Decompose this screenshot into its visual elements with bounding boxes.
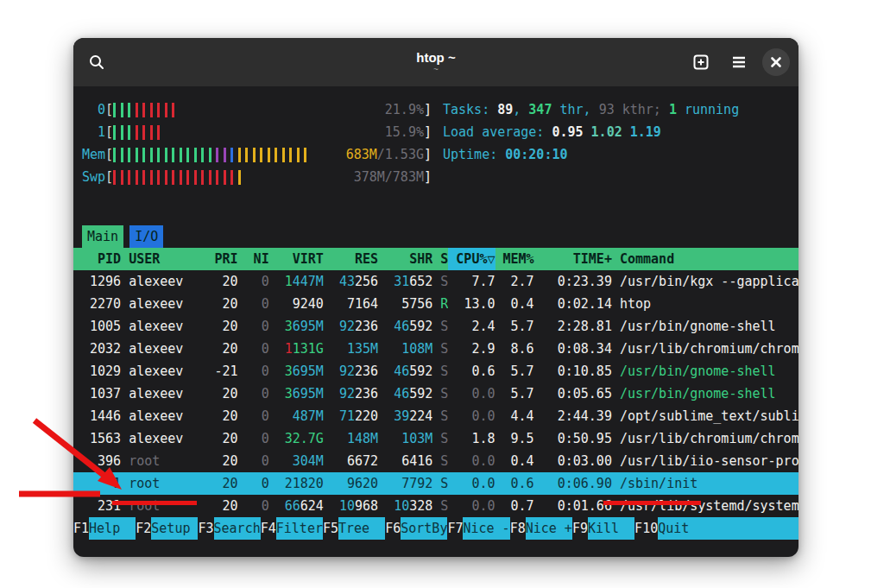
column-header-mem[interactable]: MEM% [495, 248, 534, 270]
red-bar [142, 103, 145, 117]
cell-user: root [129, 450, 206, 472]
red-bar [172, 103, 174, 117]
column-header-pid[interactable]: PID [82, 248, 121, 270]
cell-ni: 0 [238, 360, 269, 383]
search-icon[interactable] [82, 47, 111, 77]
cell-res: 92236 [324, 383, 378, 405]
yellow-bar [238, 170, 241, 185]
cell-shr: 46592 [378, 315, 432, 338]
process-row[interactable]: 2270alexeev200924071645756R13.00.40:02.1… [73, 293, 798, 315]
process-row-selected[interactable]: 1root2002182096207792S0.00.60:06.90/sbin… [73, 472, 798, 495]
column-header-user[interactable]: USER [129, 248, 206, 270]
process-row[interactable]: 1037alexeev2003695M9223646592S0.05.70:05… [73, 383, 798, 405]
fn-f3-search[interactable]: F3Search [198, 517, 260, 540]
process-table-header[interactable]: PIDUSERPRINIVIRTRESSHRSCPU%▽MEM%TIME+Com… [73, 248, 798, 270]
cell-user: alexeev [129, 338, 206, 360]
cell-pid: 1037 [82, 383, 121, 405]
tab-main[interactable]: Main [82, 225, 123, 248]
fn-key-label: F8 [510, 517, 526, 540]
meter-open-bracket: [ [105, 143, 113, 166]
cell-ni: 0 [238, 293, 269, 315]
red-bar [142, 125, 145, 140]
cell-cmd: htop [612, 293, 798, 315]
column-header-cmd[interactable]: Command [612, 248, 798, 270]
column-header-pri[interactable]: PRI [206, 248, 237, 270]
tab-io[interactable]: I/O [129, 225, 163, 248]
process-row[interactable]: 1029alexeev-2103695M9223646592S0.65.70:1… [73, 360, 798, 383]
cell-time: 0:10.85 [534, 360, 612, 383]
column-header-res[interactable]: RES [324, 248, 378, 270]
cell-res: 135M [324, 338, 378, 360]
cell-s: S [432, 450, 448, 472]
green-bar [201, 148, 204, 162]
fn-f1-help[interactable]: F1Help [73, 517, 136, 540]
cell-pri: 20 [206, 315, 237, 338]
fn-f5-tree[interactable]: F5Tree [323, 517, 385, 540]
fn-f9-kill[interactable]: F9Kill [572, 517, 634, 540]
cell-user: alexeev [129, 427, 206, 450]
process-row[interactable]: 231root200666241096810328S0.00.70:01.66/… [73, 495, 798, 517]
fn-f2-setup[interactable]: F2Setup [136, 517, 198, 540]
fn-key-label: F2 [136, 517, 151, 540]
meter-value: 21.9%] [385, 98, 432, 121]
cell-virt: 1447M [269, 270, 324, 293]
meter-label: Mem [82, 143, 105, 166]
cell-cmd: /usr/lib/chromium/chromi [612, 427, 798, 450]
cell-s: S [432, 360, 448, 383]
column-header-shr[interactable]: SHR [378, 248, 432, 270]
process-row[interactable]: 396root200304M66726416S0.00.40:03.00/usr… [73, 450, 798, 472]
yellow-bar [238, 148, 241, 162]
green-bar [172, 148, 174, 162]
cell-ni: 0 [238, 472, 269, 495]
column-header-time[interactable]: TIME+ [534, 248, 612, 270]
fn-f4-filter[interactable]: F4Filter [261, 517, 323, 540]
column-header-ni[interactable]: NI [238, 248, 269, 270]
process-table: 1296alexeev2001447M4325631652S7.72.70:23… [73, 270, 798, 517]
cell-pid: 1029 [82, 360, 121, 383]
red-bar [186, 170, 189, 185]
green-bar [180, 148, 182, 162]
red-bar [121, 170, 123, 185]
green-bar [128, 148, 130, 162]
red-bar [180, 170, 182, 185]
column-header-cpu[interactable]: CPU%▽ [448, 248, 495, 270]
red-bar [136, 170, 138, 185]
cell-shr: 31652 [378, 270, 432, 293]
process-row[interactable]: 1005alexeev2003695M9223646592S2.45.72:28… [73, 315, 798, 338]
fn-key-label: F10 [634, 517, 658, 540]
cell-s: S [432, 405, 448, 427]
meter-bars: 378M/783M] [113, 166, 432, 188]
system-info: Tasks: 89, 347 thr, 93 kthr; 1 runningLo… [443, 98, 739, 188]
process-row[interactable]: 1296alexeev2001447M4325631652S7.72.70:23… [73, 270, 798, 293]
cell-cmd: /usr/lib/systemd/systemd [612, 495, 798, 517]
cell-mem: 0.4 [495, 450, 534, 472]
cell-shr: 6416 [378, 450, 432, 472]
purple-bar [216, 148, 218, 162]
cell-pid: 231 [82, 495, 121, 517]
cell-time: 0:02.14 [534, 293, 612, 315]
green-bar [121, 103, 123, 117]
fn-f8-nice[interactable]: F8Nice + [510, 517, 572, 540]
cell-cmd: /usr/lib/chromium/chromi [612, 338, 798, 360]
cell-shr: 5756 [378, 293, 432, 315]
column-header-virt[interactable]: VIRT [269, 248, 324, 270]
process-row[interactable]: 1446alexeev200487M7122039224S0.04.42:44.… [73, 405, 798, 427]
yellow-bar [275, 148, 277, 162]
cell-cmd: /usr/bin/gnome-shell [612, 315, 798, 338]
menu-icon[interactable] [724, 47, 754, 77]
fn-f7-nice[interactable]: F7Nice - [447, 517, 509, 540]
meter-bars: 15.9%] [113, 121, 432, 143]
close-icon[interactable] [762, 48, 790, 76]
new-tab-icon[interactable] [686, 47, 716, 77]
process-row[interactable]: 1563alexeev20032.7G148M103MS1.89.50:50.9… [73, 427, 798, 450]
cell-cmd: /opt/sublime_text/sublim [612, 405, 798, 427]
fn-f6-sortby[interactable]: F6SortBy [385, 517, 447, 540]
fn-action-label: Filter [276, 517, 323, 540]
cell-pid: 1005 [82, 315, 121, 338]
cell-virt: 32.7G [269, 427, 324, 450]
process-row[interactable]: 2032alexeev2001131G135M108MS2.98.60:08.3… [73, 338, 798, 360]
column-header-s[interactable]: S [432, 248, 448, 270]
fn-f10-quit[interactable]: F10Quit [634, 517, 798, 540]
cell-cpu: 0.0 [448, 405, 495, 427]
red-bar [150, 103, 153, 117]
